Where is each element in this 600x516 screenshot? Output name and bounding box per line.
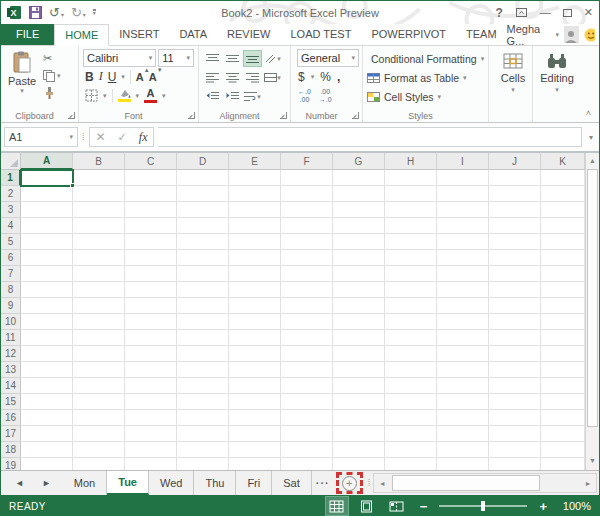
cell-I7[interactable] bbox=[437, 266, 489, 282]
vertical-scroll-thumb[interactable] bbox=[587, 169, 598, 427]
zoom-slider-thumb[interactable] bbox=[481, 501, 485, 511]
expand-formula-bar-icon[interactable]: ▾ bbox=[586, 133, 596, 142]
cell-G4[interactable] bbox=[333, 218, 385, 234]
cell-D17[interactable] bbox=[177, 426, 229, 442]
number-dialog-launcher-icon[interactable] bbox=[352, 112, 359, 119]
row-header-14[interactable]: 14 bbox=[1, 378, 21, 394]
bottom-align-button[interactable] bbox=[243, 50, 262, 67]
cell-I14[interactable] bbox=[437, 378, 489, 394]
cell-K11[interactable] bbox=[541, 330, 585, 346]
cell-K17[interactable] bbox=[541, 426, 585, 442]
cell-H13[interactable] bbox=[385, 362, 437, 378]
scroll-right-icon[interactable]: ► bbox=[580, 480, 596, 487]
cell-C18[interactable] bbox=[125, 442, 177, 458]
cell-H10[interactable] bbox=[385, 314, 437, 330]
enter-icon[interactable]: ✓ bbox=[118, 131, 127, 144]
cell-D1[interactable] bbox=[177, 170, 229, 186]
cell-H2[interactable] bbox=[385, 186, 437, 202]
cell-K18[interactable] bbox=[541, 442, 585, 458]
column-header-J[interactable]: J bbox=[489, 153, 541, 170]
cell-A4[interactable] bbox=[21, 218, 73, 234]
cell-E15[interactable] bbox=[229, 394, 281, 410]
cell-E6[interactable] bbox=[229, 250, 281, 266]
wrap-text-dropdown-icon[interactable]: ▾ bbox=[257, 93, 261, 101]
decrease-indent-button[interactable] bbox=[203, 88, 222, 105]
cell-I10[interactable] bbox=[437, 314, 489, 330]
ribbon-display-options-icon[interactable] bbox=[515, 7, 528, 18]
cell-A17[interactable] bbox=[21, 426, 73, 442]
cell-I19[interactable] bbox=[437, 458, 489, 470]
column-header-H[interactable]: H bbox=[385, 153, 437, 170]
insert-function-button[interactable]: fx bbox=[139, 130, 148, 145]
clipboard-dialog-launcher-icon[interactable] bbox=[68, 112, 75, 119]
select-all-button[interactable] bbox=[1, 153, 21, 170]
cell-A8[interactable] bbox=[21, 282, 73, 298]
cells-button[interactable]: Cells ▾ bbox=[493, 49, 533, 94]
cell-B4[interactable] bbox=[73, 218, 125, 234]
cell-C17[interactable] bbox=[125, 426, 177, 442]
cell-C14[interactable] bbox=[125, 378, 177, 394]
zoom-level[interactable]: 100% bbox=[559, 500, 591, 512]
cell-H6[interactable] bbox=[385, 250, 437, 266]
vertical-scrollbar[interactable]: ▲ ▼ bbox=[585, 153, 599, 470]
middle-align-button[interactable] bbox=[223, 50, 242, 67]
font-family-select[interactable]: Calibri▾ bbox=[83, 49, 156, 67]
cell-F16[interactable] bbox=[281, 410, 333, 426]
accounting-dropdown-icon[interactable]: ▾ bbox=[311, 73, 315, 81]
cell-F7[interactable] bbox=[281, 266, 333, 282]
cell-D8[interactable] bbox=[177, 282, 229, 298]
sheet-tab-fri[interactable]: Fri bbox=[236, 471, 272, 495]
cell-E5[interactable] bbox=[229, 234, 281, 250]
column-header-D[interactable]: D bbox=[177, 153, 229, 170]
cell-C16[interactable] bbox=[125, 410, 177, 426]
cell-D3[interactable] bbox=[177, 202, 229, 218]
cell-J5[interactable] bbox=[489, 234, 541, 250]
sheet-tab-sat[interactable]: Sat bbox=[272, 471, 312, 495]
cell-A15[interactable] bbox=[21, 394, 73, 410]
cell-F11[interactable] bbox=[281, 330, 333, 346]
cell-K19[interactable] bbox=[541, 458, 585, 470]
tab-load-test[interactable]: LOAD TEST bbox=[281, 24, 362, 45]
cell-I3[interactable] bbox=[437, 202, 489, 218]
scroll-up-icon[interactable]: ▲ bbox=[586, 153, 599, 168]
row-header-12[interactable]: 12 bbox=[1, 346, 21, 362]
wrap-text-button[interactable]: ▾ bbox=[243, 88, 262, 105]
cell-G16[interactable] bbox=[333, 410, 385, 426]
cell-G12[interactable] bbox=[333, 346, 385, 362]
cell-C19[interactable] bbox=[125, 458, 177, 470]
cell-K13[interactable] bbox=[541, 362, 585, 378]
cell-E1[interactable] bbox=[229, 170, 281, 186]
cell-B6[interactable] bbox=[73, 250, 125, 266]
cell-J15[interactable] bbox=[489, 394, 541, 410]
merge-center-dropdown-icon[interactable]: ▾ bbox=[277, 74, 281, 82]
zoom-in-icon[interactable]: + bbox=[535, 499, 551, 514]
cell-G11[interactable] bbox=[333, 330, 385, 346]
cell-H16[interactable] bbox=[385, 410, 437, 426]
center-button[interactable] bbox=[223, 69, 242, 86]
cell-K6[interactable] bbox=[541, 250, 585, 266]
cell-I9[interactable] bbox=[437, 298, 489, 314]
row-header-2[interactable]: 2 bbox=[1, 186, 21, 202]
cell-G9[interactable] bbox=[333, 298, 385, 314]
conditional-formatting-button[interactable]: Conditional Formatting▾ bbox=[367, 49, 484, 68]
cell-H1[interactable] bbox=[385, 170, 437, 186]
cell-G8[interactable] bbox=[333, 282, 385, 298]
cell-I16[interactable] bbox=[437, 410, 489, 426]
row-header-1[interactable]: 1 bbox=[1, 170, 21, 186]
cell-G15[interactable] bbox=[333, 394, 385, 410]
top-align-button[interactable] bbox=[203, 50, 222, 67]
cell-H8[interactable] bbox=[385, 282, 437, 298]
row-header-4[interactable]: 4 bbox=[1, 218, 21, 234]
undo-dropdown-icon[interactable]: ▾ bbox=[61, 12, 64, 18]
cell-B2[interactable] bbox=[73, 186, 125, 202]
cell-I5[interactable] bbox=[437, 234, 489, 250]
cell-I4[interactable] bbox=[437, 218, 489, 234]
cell-D15[interactable] bbox=[177, 394, 229, 410]
paste-dropdown-icon[interactable]: ▾ bbox=[20, 87, 24, 95]
cell-A2[interactable] bbox=[21, 186, 73, 202]
collapse-ribbon-icon[interactable]: ˄ bbox=[586, 108, 591, 118]
cell-B11[interactable] bbox=[73, 330, 125, 346]
sheet-tab-thu[interactable]: Thu bbox=[194, 471, 236, 495]
row-header-15[interactable]: 15 bbox=[1, 394, 21, 410]
next-sheet-icon[interactable]: ► bbox=[42, 478, 51, 488]
